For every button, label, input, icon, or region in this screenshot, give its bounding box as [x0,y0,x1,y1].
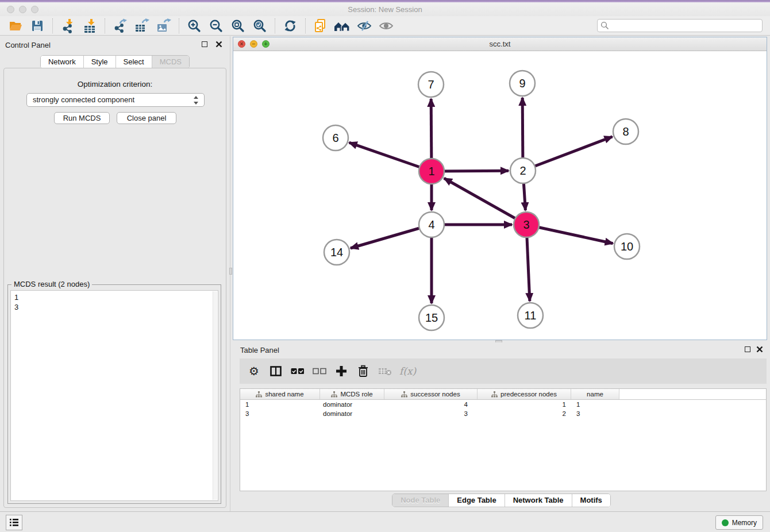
memory-label: Memory [732,519,757,527]
run-mcds-button[interactable]: Run MCDS [54,112,110,124]
graph-node-6[interactable]: 6 [323,125,348,151]
graph-node-14[interactable]: 14 [324,240,349,265]
import-network-button[interactable] [59,18,76,34]
zoom-out-icon [209,19,223,33]
column-type-icon [331,391,337,398]
toolbar-separator [305,18,306,33]
graph-node-10[interactable]: 10 [614,234,640,259]
table-tab-node-table[interactable]: Node Table [392,494,449,507]
cell-name[interactable]: 3 [571,409,619,418]
column-layout-button[interactable] [268,363,283,380]
network-window-titlebar[interactable]: × − + scc.txt [233,37,767,51]
search-icon [600,21,609,30]
column-header-label: shared name [265,391,303,398]
show-all-button[interactable] [378,18,395,34]
table-row-1[interactable]: 1dominator411 [240,400,766,409]
table-tab-motifs[interactable]: Motifs [572,494,610,507]
search-input[interactable] [611,20,760,32]
control-tab-style[interactable]: Style [84,56,116,68]
mcds-result-group: MCDS result (2 nodes) 1 3 [7,284,221,504]
optimization-criterion-select[interactable]: strongly connected component [26,93,205,107]
table-tab-network-table[interactable]: Network Table [505,494,572,507]
export-table-button[interactable] [133,18,151,34]
memory-button[interactable]: Memory [715,515,763,530]
control-panel: Control Panel NetworkStyleSelectMCDS Opt… [0,36,230,511]
network-annotation-button[interactable] [312,18,329,34]
table-row-2[interactable]: 3dominator323 [240,409,766,418]
vertical-splitter-handle[interactable] [229,268,232,275]
cell-mcds-role[interactable]: dominator [320,400,384,409]
graph-node-7[interactable]: 7 [418,72,444,97]
status-bar: Memory [0,511,770,532]
export-image-button[interactable] [155,18,172,34]
close-panel-icon[interactable] [756,346,763,353]
control-tab-select[interactable]: Select [116,56,152,68]
control-tab-mcds[interactable]: MCDS [152,56,189,68]
cell-shared-name[interactable]: 3 [240,409,320,418]
float-panel-icon[interactable] [745,346,750,352]
column-header-successor-nodes[interactable]: successor nodes [384,389,478,399]
import-table-button[interactable] [81,18,98,34]
close-panel-button[interactable]: Close panel [117,112,176,124]
select-all-button[interactable] [290,363,305,380]
control-tab-network[interactable]: Network [41,56,84,68]
column-type-icon [491,391,498,398]
network-view-window: × − + scc.txt 7968124314101511 [233,37,767,340]
cell-predecessor-nodes[interactable]: 1 [478,400,571,409]
cell-successor-nodes[interactable]: 4 [384,400,478,409]
mcds-result-title: MCDS result (2 nodes) [11,280,92,288]
home-houses-icon [334,19,351,33]
hide-selected-button[interactable] [356,18,373,34]
refresh-icon [283,19,297,33]
column-header-mcds-role[interactable]: MCDS role [320,389,384,399]
zoom-fit-button[interactable] [229,18,247,34]
svg-text:3: 3 [523,218,529,231]
cell-name[interactable]: 1 [571,400,619,409]
graph-node-1[interactable]: 1 [419,159,444,184]
column-header-label: predecessor nodes [500,391,557,398]
column-header-predecessor-nodes[interactable]: predecessor nodes [478,389,571,399]
table-settings-button[interactable]: ⚙ [247,363,261,380]
close-panel-icon[interactable] [215,41,222,48]
cell-successor-nodes[interactable]: 3 [384,409,478,418]
svg-text:8: 8 [622,125,629,138]
graph-node-2[interactable]: 2 [510,158,536,183]
column-header-name[interactable]: name [571,389,619,399]
graph-node-4[interactable]: 4 [419,212,444,237]
save-session-button[interactable] [29,18,46,34]
zoom-in-button[interactable] [186,18,203,34]
cell-predecessor-nodes[interactable]: 2 [478,409,571,418]
network-canvas[interactable]: 7968124314101511 [233,51,767,340]
delete-table-button[interactable] [378,363,392,380]
graph-node-15[interactable]: 15 [419,305,444,330]
cell-shared-name[interactable]: 1 [240,400,320,409]
window-title: Session: New Session [0,5,770,14]
edge-2-8[interactable] [523,137,613,171]
graph-node-11[interactable]: 11 [518,303,543,328]
graph-node-8[interactable]: 8 [613,119,638,144]
result-scrollbar[interactable] [213,291,217,500]
column-header-shared-name[interactable]: shared name [240,389,320,399]
unselect-all-button[interactable] [312,363,327,380]
svg-text:4: 4 [428,218,434,231]
graph-node-9[interactable]: 9 [510,71,535,96]
refresh-button[interactable] [282,18,299,34]
mcds-result-textarea[interactable]: 1 3 [10,290,218,501]
function-builder-button[interactable]: f(x) [399,363,416,380]
network-graph[interactable]: 7968124314101511 [233,51,767,340]
cell-mcds-role[interactable]: dominator [320,409,384,418]
home-button[interactable] [334,18,351,34]
edge-3-1[interactable] [444,178,526,225]
zoom-in-icon [187,19,201,33]
float-panel-icon[interactable] [202,41,207,47]
task-history-button[interactable] [6,515,22,530]
main-toolbar [0,16,770,36]
export-network-button[interactable] [111,18,129,34]
delete-column-button[interactable] [356,363,371,380]
open-session-button[interactable] [7,18,24,34]
table-tab-edge-table[interactable]: Edge Table [449,494,505,507]
zoom-out-button[interactable] [207,18,225,34]
zoom-selected-button[interactable] [251,18,268,34]
graph-node-3[interactable]: 3 [514,212,539,237]
add-column-button[interactable] [334,363,349,380]
